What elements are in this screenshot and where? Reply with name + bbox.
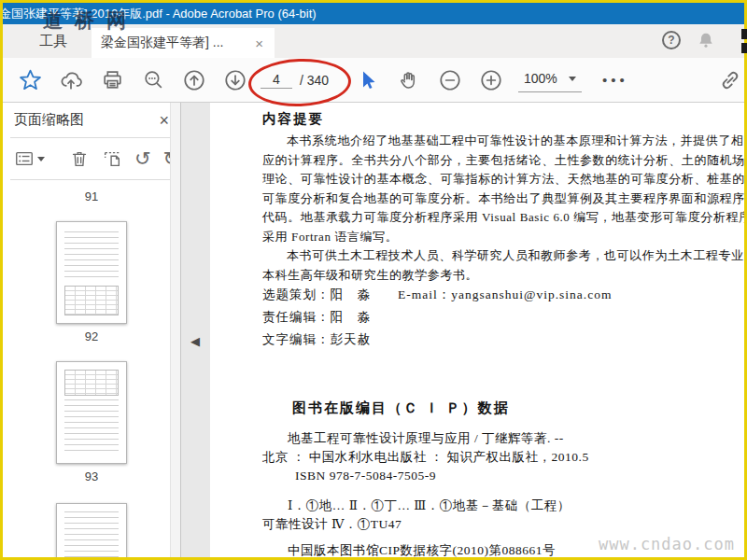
page-number-field: / 340 — [261, 58, 329, 102]
cndao-watermark: www.cndao.com — [599, 535, 735, 553]
tab-document-label: 梁金国张建平等著] ... — [101, 35, 253, 51]
zoom-level-field[interactable]: 100% — [518, 58, 582, 103]
main-toolbar: / 340 100% ••• — [3, 58, 744, 103]
cip-line: 中国版本图书馆CIP数据核字(2010)第088661号 — [262, 541, 589, 560]
page-thumbnails-panel: 页面缩略图 × ↺ ↻ 91 92 93 — [3, 103, 181, 557]
credits-section: 选题策划：阳 淼 E-mail：yangsanshui@vip.sina.com… — [262, 284, 612, 351]
cip-line: 地基工程可靠性设计原理与应用 / 丁继辉等著. -- — [262, 429, 589, 448]
selection-cursor-icon[interactable] — [354, 66, 382, 94]
window-edge-artifact — [741, 29, 747, 39]
page-thumbnail[interactable] — [56, 221, 127, 324]
chevron-down-icon — [37, 157, 45, 161]
page-thumbnail[interactable] — [56, 503, 127, 557]
tab-close-icon[interactable]: × — [253, 35, 265, 51]
panel-title: 页面缩略图 — [14, 111, 159, 129]
notification-bell-icon[interactable] — [696, 30, 716, 50]
summary-heading: 内容提要 — [262, 110, 743, 128]
tab-bar: 工具 梁金国张建平等著] ... × ? — [3, 24, 744, 58]
summary-line: 理论、可靠性设计的基本概念、可靠指标的计算方法、天然地基的可靠度分析、桩基的 — [262, 170, 743, 189]
cip-line: 可靠性设计 Ⅳ．①TU47 — [262, 515, 589, 534]
search-icon[interactable] — [139, 66, 167, 94]
pdf-page: 内容提要 本书系统地介绍了地基基础工程中可靠性设计的基本原理和计算方法，并提供了… — [210, 103, 744, 557]
previous-page-icon[interactable] — [180, 66, 208, 94]
zoom-out-icon[interactable] — [436, 66, 464, 94]
content-summary-section: 内容提要 本书系统地介绍了地基基础工程中可靠性设计的基本原理和计算方法，并提供了… — [262, 110, 743, 285]
thumbnail-options-button[interactable] — [14, 148, 45, 169]
thumbnail-preview — [64, 399, 119, 454]
rotate-counterclockwise-icon[interactable]: ↺ — [134, 149, 151, 169]
tab-document[interactable]: 梁金国张建平等著] ... × — [92, 28, 275, 58]
cip-line: 北京 ： 中国水利水电出版社 ： 知识产权出版社，2010.5 — [262, 448, 589, 467]
page-total-label: / 340 — [300, 73, 329, 88]
thumbnail-label: 93 — [3, 469, 180, 484]
credit-line: 责任编辑：阳 淼 — [262, 306, 612, 329]
panel-scrollbar[interactable] — [170, 103, 180, 557]
thumbnail-preview — [64, 286, 119, 315]
summary-line: 可靠度分析和复合地基的可靠度分析。本书给出了典型算例及其主要程序界面和源程序 — [262, 189, 743, 209]
share-cloud-upload-icon[interactable] — [57, 66, 85, 94]
thumbnail-preview — [64, 370, 119, 396]
more-options-icon[interactable]: ••• — [602, 58, 628, 102]
window-edge-artifact — [741, 43, 747, 53]
zoom-in-icon[interactable] — [477, 66, 505, 94]
thumbnail-label: 91 — [3, 189, 180, 204]
window-titlebar: 金国张建平等著] 2010年版.pdf - Adobe Acrobat Pro … — [3, 3, 744, 24]
panel-close-icon[interactable]: × — [159, 112, 169, 129]
cip-line: ISBN 978-7-5084-7505-9 — [262, 467, 589, 485]
page-number-input[interactable] — [261, 71, 292, 89]
thumbnail-label: 92 — [3, 329, 180, 344]
tab-tools[interactable]: 工具 — [20, 24, 87, 58]
next-page-icon[interactable] — [221, 66, 249, 94]
page-thumbnail[interactable] — [56, 361, 127, 464]
cip-heading: 图书在版编目（Ｃ Ｉ Ｐ）数据 — [292, 399, 510, 417]
summary-line: 本科生高年级和研究生的教学参考书。 — [262, 266, 743, 286]
zoom-level-value: 100% — [524, 71, 557, 86]
hand-pan-icon[interactable] — [395, 66, 423, 94]
collapse-panel-icon[interactable]: ◀ — [190, 334, 200, 348]
summary-line: 本书系统地介绍了地基基础工程中可靠性设计的基本原理和计算方法，并提供了相 — [262, 132, 743, 151]
share-link-icon[interactable] — [718, 66, 742, 94]
summary-line: 采用 Fortran 语言编写。 — [262, 228, 743, 247]
thumbnail-list: 91 92 93 — [3, 180, 180, 557]
extract-pages-icon[interactable] — [102, 148, 122, 169]
credit-line: 选题策划：阳 淼 E-mail：yangsanshui@vip.sina.com — [262, 284, 612, 306]
cip-section: 地基工程可靠性设计原理与应用 / 丁继辉等著. -- 北京 ： 中国水利水电出版… — [262, 429, 589, 560]
bookmark-star-icon[interactable] — [16, 66, 44, 94]
document-area: ◀ 内容提要 本书系统地介绍了地基基础工程中可靠性设计的基本原理和计算方法，并提… — [181, 103, 744, 557]
thumbnail-preview — [64, 511, 119, 557]
chevron-down-icon — [569, 77, 576, 81]
summary-line: 本书可供土木工程技术人员、科学研究人员和教师参考，也可以作为土木工程专业 — [262, 246, 743, 266]
summary-line: 代码。地基承载力可靠度分析程序采用 Visual Basic 6.0 编写，地基… — [262, 208, 743, 228]
print-icon[interactable] — [98, 66, 126, 94]
cip-line: Ⅰ．①地… Ⅱ．①丁… Ⅲ．①地基－基础（工程） — [262, 497, 589, 515]
help-icon[interactable]: ? — [662, 31, 681, 49]
credit-line: 文字编辑：彭天赦 — [262, 329, 612, 351]
thumbnail-preview — [64, 231, 119, 280]
delete-pages-icon[interactable] — [69, 148, 90, 169]
summary-line: 应的计算程序。全书共分八个部分，主要包括绪论、土性参数的统计分析、土的随机场 — [262, 151, 743, 171]
window-title: 金国张建平等著] 2010年版.pdf - Adobe Acrobat Pro … — [3, 3, 317, 24]
